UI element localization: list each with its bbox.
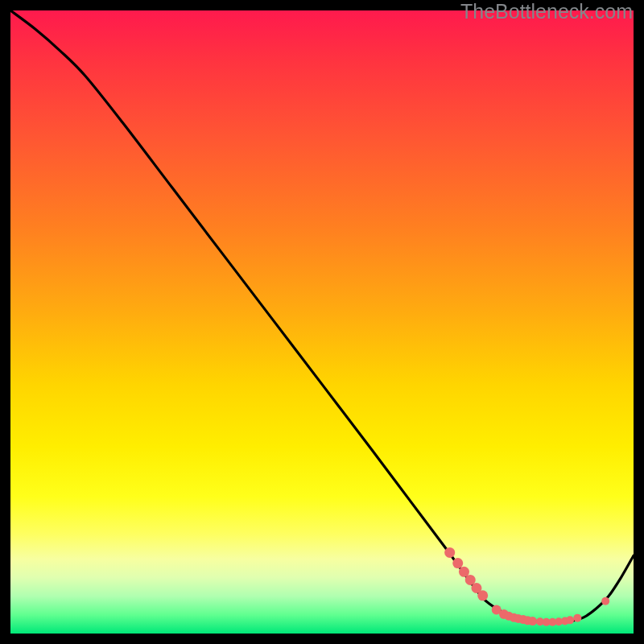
data-point-group [444, 547, 609, 626]
data-point [601, 597, 609, 605]
data-point [477, 590, 488, 601]
curve-layer [10, 10, 634, 634]
data-point [528, 617, 537, 625]
gradient-plot-area [10, 10, 634, 634]
watermark-text: TheBottleneck.com [460, 0, 633, 23]
data-point [444, 547, 455, 558]
chart-frame: TheBottleneck.com [0, 0, 644, 644]
data-point [573, 614, 581, 622]
data-point [566, 616, 574, 624]
data-point [452, 558, 463, 568]
bottleneck-curve [10, 10, 634, 622]
